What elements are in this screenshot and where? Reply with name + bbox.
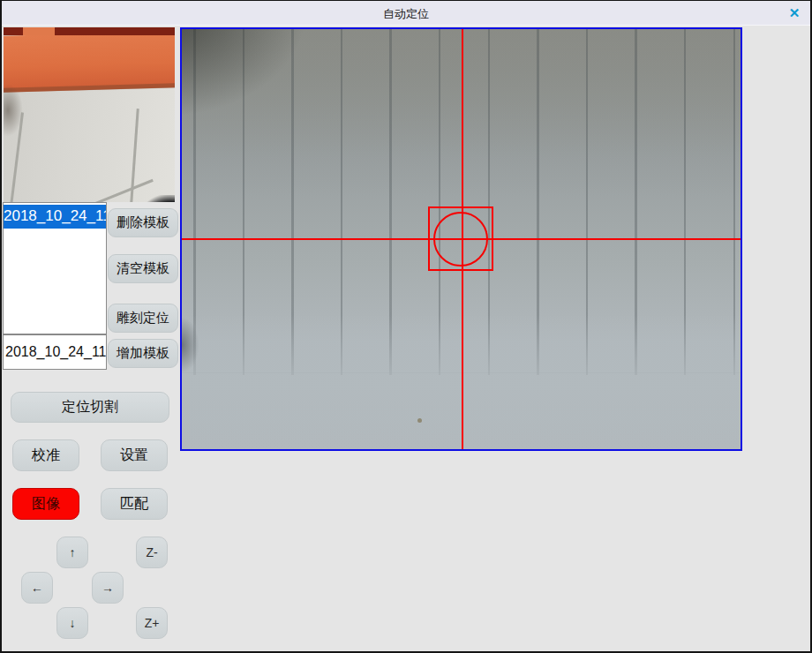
jog-left-button[interactable]: ← bbox=[21, 572, 53, 604]
dialog-title: 自动定位 bbox=[2, 6, 810, 22]
thumbnail-dark-object bbox=[138, 195, 175, 202]
template-thumbnail-preview bbox=[4, 27, 175, 202]
delete-template-button[interactable]: 删除模板 bbox=[108, 208, 178, 237]
settings-button[interactable]: 设置 bbox=[101, 439, 168, 471]
jog-right-button[interactable]: → bbox=[92, 572, 124, 604]
jog-down-button[interactable]: ↓ bbox=[56, 607, 88, 639]
add-template-button[interactable]: 增加模板 bbox=[108, 339, 178, 368]
calibrate-button[interactable]: 校准 bbox=[12, 439, 79, 471]
image-button[interactable]: 图像 bbox=[12, 488, 79, 520]
jog-z-plus-button[interactable]: Z+ bbox=[136, 607, 168, 639]
roi-circle-marker bbox=[433, 212, 488, 266]
jog-up-button[interactable]: ↑ bbox=[56, 537, 88, 568]
auto-position-dialog: 自动定位 ✕ 2018_10_24_11 删除模板 清空模板 雕刻定位 增加模板… bbox=[0, 0, 812, 653]
close-icon[interactable]: ✕ bbox=[785, 4, 804, 23]
template-list: 2018_10_24_11 bbox=[3, 202, 107, 334]
camera-speck bbox=[417, 418, 422, 423]
position-cut-button[interactable]: 定位切割 bbox=[11, 392, 169, 423]
engrave-position-button[interactable]: 雕刻定位 bbox=[108, 304, 178, 333]
camera-viewport[interactable] bbox=[180, 27, 742, 451]
thumbnail-shadow bbox=[4, 84, 23, 137]
template-name-input[interactable] bbox=[3, 334, 107, 370]
jog-z-minus-button[interactable]: Z- bbox=[136, 537, 168, 568]
clear-template-button[interactable]: 清空模板 bbox=[108, 254, 178, 283]
title-bar: 自动定位 ✕ bbox=[2, 1, 810, 26]
template-list-item[interactable]: 2018_10_24_11 bbox=[4, 205, 106, 229]
thumbnail-top-notch bbox=[23, 27, 55, 35]
match-button[interactable]: 匹配 bbox=[101, 488, 168, 520]
